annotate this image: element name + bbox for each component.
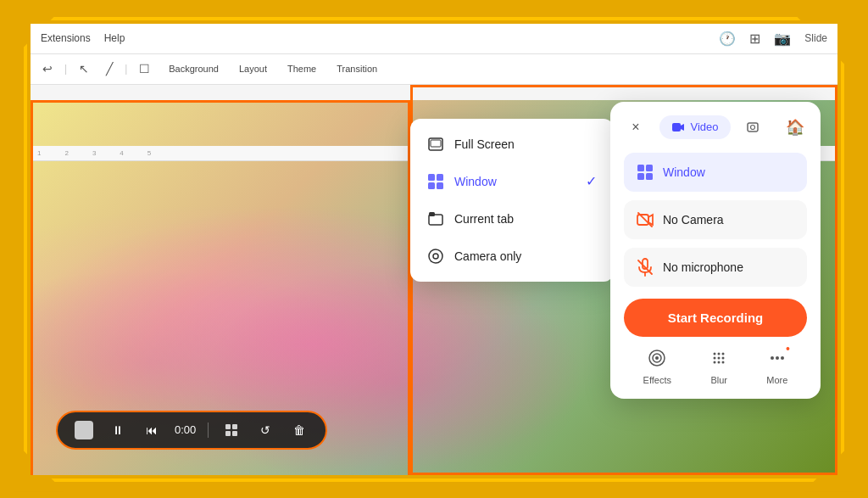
capture-mode-dropdown: Full Screen Window ✓: [410, 119, 614, 282]
svg-point-36: [771, 356, 774, 360]
menu-help[interactable]: Help: [104, 32, 125, 44]
blur-label: Blur: [710, 375, 727, 385]
ruler-mark-2: 2: [64, 149, 68, 157]
tab-screenshot[interactable]: [734, 115, 771, 139]
svg-point-31: [718, 356, 721, 359]
svg-point-26: [655, 356, 659, 360]
footer-more[interactable]: More: [766, 349, 787, 385]
svg-rect-40: [232, 424, 237, 429]
svg-point-8: [429, 249, 442, 263]
dropdown-item-current-tab[interactable]: Current tab: [414, 200, 610, 238]
toolbar-theme[interactable]: Theme: [281, 61, 323, 76]
pause-button[interactable]: ⏸: [107, 419, 129, 441]
grid-icon[interactable]: ⊞: [749, 31, 760, 47]
svg-point-28: [718, 352, 721, 355]
toolbar-add[interactable]: ☐: [134, 60, 155, 77]
svg-point-29: [722, 352, 725, 355]
camera-icon[interactable]: 📷: [774, 31, 791, 47]
effects-icon: [648, 349, 666, 372]
toolbar-pointer[interactable]: ↖: [74, 60, 94, 77]
window-opt-label: Window: [663, 165, 705, 179]
controls-divider: [208, 422, 209, 438]
svg-marker-11: [681, 124, 684, 131]
ruler-mark-4: 4: [120, 149, 123, 157]
video-tab-icon: [671, 120, 685, 134]
svg-point-32: [722, 356, 725, 359]
svg-rect-7: [429, 212, 435, 216]
slide-area: 1 2 3 4 5: [31, 85, 837, 475]
svg-rect-17: [646, 173, 653, 180]
toolbar: ↩ | ↖ ╱ | ☐ Background Layout Theme Tran…: [31, 54, 837, 85]
svg-point-13: [750, 125, 754, 129]
svg-rect-2: [428, 174, 435, 181]
panel-footer: Effects: [624, 349, 807, 385]
svg-rect-3: [437, 174, 443, 181]
footer-effects[interactable]: Effects: [643, 349, 671, 385]
tab-icon: [427, 210, 444, 227]
ruler-mark-5: 5: [147, 149, 151, 157]
window-label: Window: [454, 175, 497, 188]
dropdown-item-window[interactable]: Window ✓: [414, 163, 610, 200]
media-controls-bar: ⏸ ⏮ 0:00 ↺ 🗑: [56, 411, 327, 450]
svg-point-27: [714, 352, 716, 355]
delete-button[interactable]: 🗑: [288, 419, 310, 441]
grid-control-icon: [225, 423, 238, 437]
tab-video[interactable]: Video: [659, 115, 730, 139]
svg-rect-12: [748, 123, 758, 131]
rewind-button[interactable]: ⏮: [141, 419, 163, 441]
svg-point-33: [714, 361, 716, 363]
right-recording-panel: × Video: [610, 102, 821, 399]
panel-option-window[interactable]: Window: [624, 153, 807, 192]
menu-bar: Extensions Help 🕐 ⊞ 📷 Slide: [31, 24, 837, 54]
blur-icon: [709, 349, 728, 372]
footer-blur[interactable]: Blur: [709, 349, 728, 385]
panel-header: × Video: [624, 115, 807, 139]
window-opt-icon: [636, 163, 654, 182]
svg-rect-15: [646, 165, 653, 171]
current-tab-label: Current tab: [454, 212, 514, 226]
start-recording-button[interactable]: Start Recording: [624, 299, 807, 337]
fullscreen-label: Full Screen: [454, 137, 515, 151]
svg-point-37: [776, 356, 779, 360]
time-display: 0:00: [175, 423, 196, 436]
camera-only-icon: [427, 248, 444, 265]
main-window: Extensions Help 🕐 ⊞ 📷 Slide ↩ | ↖ ╱ | ☐ …: [27, 20, 841, 478]
panel-option-no-camera[interactable]: No Camera: [624, 200, 807, 239]
camera-only-label: Camera only: [454, 249, 521, 263]
toolbar-transition[interactable]: Transition: [330, 61, 384, 76]
more-icon: [768, 349, 787, 372]
home-button[interactable]: 🏠: [783, 115, 807, 139]
history-icon[interactable]: 🕐: [719, 31, 736, 47]
toolbar-undo[interactable]: ↩: [37, 60, 58, 77]
dropdown-item-camera-only[interactable]: Camera only: [414, 238, 610, 275]
svg-point-34: [718, 361, 721, 363]
tab-video-label: Video: [690, 120, 718, 133]
more-label: More: [766, 375, 787, 385]
toolbar-line[interactable]: ╱: [101, 60, 118, 77]
svg-rect-5: [437, 182, 443, 189]
svg-point-9: [433, 254, 438, 259]
stop-icon: [75, 421, 93, 439]
window-checkmark: ✓: [586, 173, 597, 189]
svg-rect-41: [225, 431, 231, 436]
svg-point-38: [781, 356, 784, 360]
grid-control-button[interactable]: [220, 419, 242, 441]
no-microphone-opt-label: No microphone: [663, 260, 743, 274]
effects-label: Effects: [643, 375, 671, 385]
svg-rect-39: [225, 424, 231, 429]
no-mic-opt-icon: [636, 258, 654, 277]
refresh-button[interactable]: ↺: [254, 419, 276, 441]
svg-rect-1: [431, 140, 441, 147]
dropdown-item-fullscreen[interactable]: Full Screen: [414, 126, 610, 163]
menu-extensions[interactable]: Extensions: [41, 32, 91, 44]
panel-close-button[interactable]: ×: [624, 115, 648, 139]
toolbar-background[interactable]: Background: [162, 61, 225, 76]
toolbar-layout[interactable]: Layout: [232, 61, 274, 76]
panel-tabs: Video: [659, 115, 771, 139]
toolbar-separator2: |: [125, 63, 127, 75]
svg-rect-18: [637, 215, 648, 225]
panel-option-no-microphone[interactable]: No microphone: [624, 248, 807, 287]
svg-rect-14: [637, 165, 644, 171]
svg-rect-42: [232, 431, 237, 436]
stop-button[interactable]: [73, 419, 95, 441]
